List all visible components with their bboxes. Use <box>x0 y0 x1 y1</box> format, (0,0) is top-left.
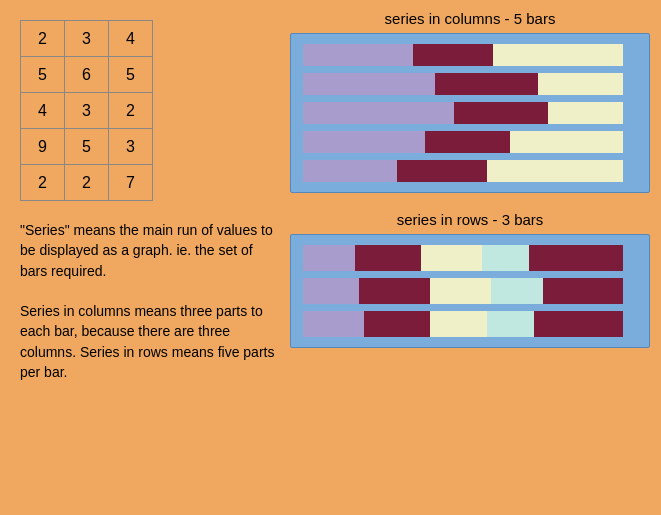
chart2-box <box>290 234 650 348</box>
bar-segment-darkred <box>397 160 486 182</box>
hbar-row <box>303 245 637 271</box>
seg-lavender <box>303 245 355 271</box>
data-table: 234565432953227 <box>20 20 153 201</box>
hbar-row <box>303 278 637 304</box>
bar-segment-cream <box>493 44 623 66</box>
bar-segment-darkred <box>435 73 539 95</box>
bar-segment-darkred <box>425 131 510 153</box>
table-cell: 4 <box>21 93 65 129</box>
table-cell: 6 <box>65 57 109 93</box>
bar-row <box>303 73 637 95</box>
bar-segment-lavender <box>303 44 413 66</box>
bar-segment-lavender <box>303 102 454 124</box>
description-text: "Series" means the main run of values to… <box>20 220 275 382</box>
table-cell: 2 <box>21 21 65 57</box>
bar-segment-darkred <box>413 44 493 66</box>
chart1-box <box>290 33 650 193</box>
chart1-bars <box>303 44 637 182</box>
seg-darkred <box>355 245 421 271</box>
chart1-title: series in columns - 5 bars <box>290 10 650 27</box>
chart2-title: series in rows - 3 bars <box>290 211 650 228</box>
bar-row <box>303 44 637 66</box>
seg-darkred2 <box>543 278 623 304</box>
seg-darkred2 <box>529 245 623 271</box>
table-cell: 2 <box>21 165 65 201</box>
bar-segment-lavender <box>303 131 425 153</box>
table-cell: 5 <box>21 57 65 93</box>
seg-darkred <box>359 278 430 304</box>
bar-segment-lavender <box>303 73 435 95</box>
seg-darkred2 <box>534 311 623 337</box>
bar-row <box>303 160 637 182</box>
charts-panel: series in columns - 5 bars series in row… <box>290 10 650 348</box>
bar-segment-cream <box>487 160 623 182</box>
bar-segment-cream <box>538 73 623 95</box>
desc-para1: "Series" means the main run of values to… <box>20 220 275 281</box>
table-cell: 5 <box>65 129 109 165</box>
chart2-bars <box>303 245 637 337</box>
table-cell: 3 <box>65 93 109 129</box>
bar-segment-cream <box>510 131 623 153</box>
seg-lavender <box>303 278 359 304</box>
bar-segment-lavender <box>303 160 397 182</box>
table-cell: 3 <box>109 129 153 165</box>
hbar-row <box>303 311 637 337</box>
table-cell: 2 <box>109 93 153 129</box>
table-cell: 5 <box>109 57 153 93</box>
bar-row <box>303 102 637 124</box>
seg-cream <box>430 278 491 304</box>
chart2-container: series in rows - 3 bars <box>290 211 650 348</box>
seg-lightblue <box>487 311 534 337</box>
seg-lightblue <box>482 245 529 271</box>
table-cell: 2 <box>65 165 109 201</box>
table-cell: 4 <box>109 21 153 57</box>
table-cell: 3 <box>65 21 109 57</box>
table-cell: 7 <box>109 165 153 201</box>
seg-cream <box>430 311 486 337</box>
bar-segment-cream <box>548 102 623 124</box>
bar-segment-darkred <box>454 102 548 124</box>
bar-row <box>303 131 637 153</box>
seg-lightblue <box>491 278 543 304</box>
seg-cream <box>421 245 482 271</box>
seg-lavender <box>303 311 364 337</box>
desc-para2: Series in columns means three parts to e… <box>20 301 275 382</box>
seg-darkred <box>364 311 430 337</box>
table-cell: 9 <box>21 129 65 165</box>
